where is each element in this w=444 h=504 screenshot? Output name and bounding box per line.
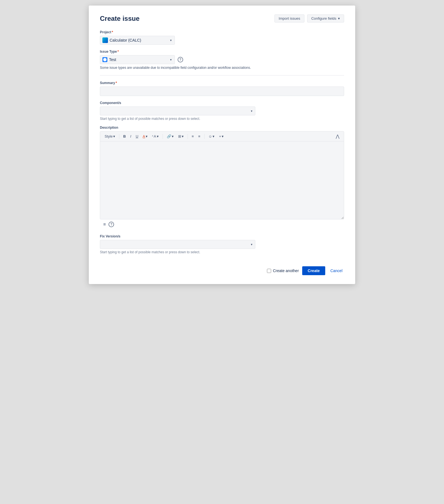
emoji-chevron-icon: ▾ (213, 134, 215, 138)
import-issues-button[interactable]: Import issues (274, 14, 304, 22)
style-dropdown-button[interactable]: Style ▾ (103, 133, 117, 140)
create-another-text: Create another (273, 269, 299, 273)
header-actions: Import issues Configure fields ▾ (274, 14, 344, 22)
numbered-list-button[interactable]: ≡ (196, 133, 202, 140)
description-label: Description (100, 126, 344, 130)
summary-input[interactable] (100, 87, 344, 96)
link-button[interactable]: 🔗 ▾ (165, 133, 175, 140)
project-required-star: * (112, 30, 113, 34)
table-icon: ⊞ (178, 134, 181, 138)
text-size-button[interactable]: ᴬA ▾ (150, 133, 160, 140)
description-help-icon[interactable]: ? (109, 222, 114, 227)
fix-version-select-wrapper: ▾ (100, 240, 255, 249)
editor-text-icon[interactable]: ≡​ (103, 222, 106, 227)
toolbar-divider-2 (163, 134, 163, 139)
create-issue-dialog: Create issue Import issues Configure fie… (89, 6, 355, 284)
create-another-label[interactable]: Create another (267, 269, 299, 273)
description-field-group: Description Style ▾ B I U A ▾ ᴬA ▾ (100, 126, 344, 229)
components-field-group: Component/s ▾ Start typing to get a list… (100, 101, 344, 121)
editor-toolbar: Style ▾ B I U A ▾ ᴬA ▾ 🔗 ▾ (100, 131, 344, 141)
cancel-button[interactable]: Cancel (329, 266, 344, 275)
fix-version-select[interactable] (100, 240, 255, 249)
text-color-a-icon: A (143, 134, 145, 138)
summary-field-group: Summary* (100, 81, 344, 96)
configure-chevron-icon: ▾ (338, 16, 340, 21)
project-select[interactable]: Calculator (CALC) (108, 36, 175, 44)
project-field-group: Project* Calculator (CALC) ▾ (100, 30, 344, 45)
text-size-icon: ᴬ (152, 135, 153, 138)
style-chevron-icon: ▾ (113, 134, 115, 138)
toolbar-divider-4 (204, 134, 205, 139)
issue-type-row: Test ▾ ? (100, 55, 344, 64)
summary-required-star: * (116, 81, 117, 85)
insert-icon: + (219, 134, 221, 138)
section-divider (100, 75, 344, 75)
issue-type-icon (102, 57, 107, 62)
issue-type-help-icon[interactable]: ? (178, 57, 183, 62)
issue-type-label: Issue Type* (100, 50, 344, 54)
bullet-list-button[interactable]: ≡ (190, 133, 196, 140)
emoji-icon: ☺ (208, 134, 212, 138)
description-editor-body[interactable] (100, 141, 344, 219)
italic-button[interactable]: I (128, 133, 133, 140)
emoji-button[interactable]: ☺ ▾ (207, 133, 216, 140)
text-size-chevron-icon: ▾ (157, 134, 159, 138)
project-icon (102, 37, 108, 43)
components-select[interactable] (100, 107, 255, 115)
collapse-icon: ⋀ (336, 134, 339, 139)
fix-version-field-group: Fix Version/s ▾ Start typing to get a li… (100, 234, 344, 254)
dialog-title: Create issue (100, 15, 140, 22)
fix-version-hint: Start typing to get a list of possible m… (100, 250, 344, 254)
components-hint: Start typing to get a list of possible m… (100, 117, 344, 121)
link-icon: 🔗 (167, 134, 171, 138)
bold-button[interactable]: B (122, 133, 127, 140)
create-button[interactable]: Create (302, 266, 326, 275)
bullet-list-icon: ≡ (192, 134, 194, 138)
text-color-chevron-icon: ▾ (146, 134, 148, 138)
link-chevron-icon: ▾ (172, 134, 174, 138)
dialog-header: Create issue Import issues Configure fie… (100, 14, 344, 22)
issue-type-select-container[interactable]: Test ▾ (100, 55, 175, 64)
create-another-checkbox[interactable] (267, 269, 271, 273)
insert-button[interactable]: + ▾ (217, 133, 225, 140)
underline-button[interactable]: U (134, 133, 140, 140)
issue-type-required-star: * (117, 50, 119, 54)
table-chevron-icon: ▾ (182, 134, 184, 138)
text-color-button[interactable]: A ▾ (141, 133, 149, 140)
style-label: Style (105, 134, 113, 138)
configure-fields-button[interactable]: Configure fields ▾ (307, 14, 344, 22)
issue-type-field-group: Issue Type* Test ▾ ? Some issue types ar… (100, 50, 344, 70)
summary-label: Summary* (100, 81, 344, 85)
fix-version-label: Fix Version/s (100, 234, 344, 238)
issue-type-select[interactable]: Test (107, 55, 175, 64)
toolbar-divider-1 (119, 134, 119, 139)
project-label: Project* (100, 30, 344, 34)
numbered-list-icon: ≡ (198, 134, 200, 138)
insert-chevron-icon: ▾ (222, 134, 224, 138)
toolbar-divider-3 (188, 134, 188, 139)
project-select-container[interactable]: Calculator (CALC) ▾ (100, 36, 175, 45)
components-label: Component/s (100, 101, 344, 105)
components-select-wrapper: ▾ (100, 107, 255, 115)
editor-footer: ≡​ ? (100, 219, 344, 229)
issue-type-hint: Some issue types are unavailable due to … (100, 66, 344, 70)
description-editor-container: Style ▾ B I U A ▾ ᴬA ▾ 🔗 ▾ (100, 131, 344, 219)
configure-fields-label: Configure fields (311, 16, 336, 21)
form-footer: Create another Create Cancel (100, 262, 344, 275)
text-size-label: A (154, 134, 156, 138)
table-button[interactable]: ⊞ ▾ (176, 133, 185, 140)
collapse-toolbar-button[interactable]: ⋀ (334, 133, 341, 140)
